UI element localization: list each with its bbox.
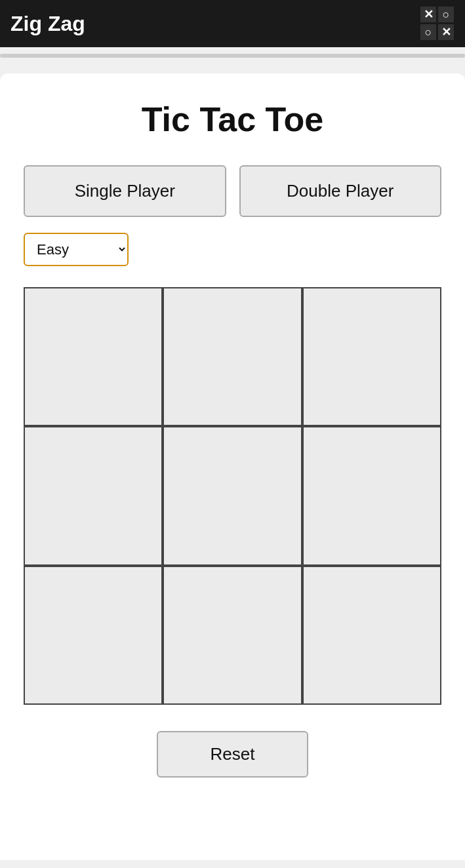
icon-cell-x1: ✕ (420, 7, 436, 22)
app-title: Zig Zag (10, 12, 85, 36)
game-board (24, 287, 441, 705)
game-title: Tic Tac Toe (24, 100, 441, 139)
header-icon: ✕ ○ ○ ✕ (420, 7, 455, 41)
reset-area: Reset (24, 731, 441, 804)
cell-2-0[interactable] (24, 566, 163, 705)
difficulty-select[interactable]: Easy Medium Hard (24, 233, 129, 266)
single-player-button[interactable]: Single Player (24, 165, 226, 217)
cell-0-2[interactable] (302, 287, 441, 426)
main-content: Tic Tac Toe Single Player Double Player … (0, 73, 465, 860)
app-header: Zig Zag ✕ ○ ○ ✕ (0, 0, 465, 47)
cell-0-1[interactable] (163, 287, 302, 426)
double-player-button[interactable]: Double Player (239, 165, 442, 217)
cell-1-1[interactable] (163, 426, 302, 565)
icon-cell-o1: ○ (438, 7, 454, 22)
scroll-bar (0, 54, 465, 58)
cell-2-1[interactable] (163, 566, 302, 705)
reset-button[interactable]: Reset (157, 731, 309, 778)
icon-cell-o2: ○ (420, 24, 436, 40)
cell-1-0[interactable] (24, 426, 163, 565)
cell-2-2[interactable] (302, 566, 441, 705)
scroll-indicator (0, 47, 465, 73)
icon-cell-x2: ✕ (438, 24, 454, 40)
cell-1-2[interactable] (302, 426, 441, 565)
mode-buttons: Single Player Double Player (24, 165, 441, 217)
cell-0-0[interactable] (24, 287, 163, 426)
